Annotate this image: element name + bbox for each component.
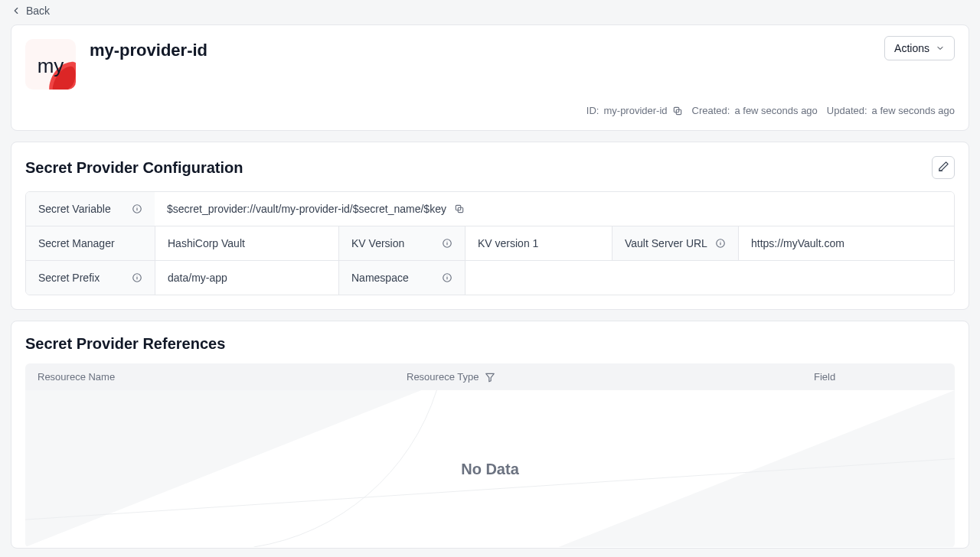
header-meta: ID: my-provider-id Created: a few second… <box>25 105 955 116</box>
pencil-icon <box>938 161 949 174</box>
info-icon[interactable] <box>132 204 142 214</box>
references-empty-state: No Data <box>25 390 955 548</box>
column-resource-type[interactable]: Resourece Type <box>407 371 479 383</box>
vault-url-value: https://myVault.com <box>751 237 844 249</box>
secret-manager-label: Secret Manager <box>38 237 115 249</box>
created-label: Created: <box>692 105 730 116</box>
secret-variable-value: $secret_provider://vault/my-provider-id/… <box>167 203 446 215</box>
chevron-left-icon <box>11 5 21 16</box>
kv-version-label: KV Version <box>351 237 404 249</box>
secret-prefix-label: Secret Prefix <box>38 272 100 284</box>
svg-point-15 <box>137 275 138 276</box>
filter-icon[interactable] <box>485 372 495 383</box>
edit-config-button[interactable] <box>932 156 955 179</box>
svg-marker-20 <box>25 390 421 547</box>
namespace-label: Namespace <box>351 272 409 284</box>
info-icon[interactable] <box>132 272 142 283</box>
svg-point-18 <box>447 275 448 276</box>
secret-prefix-value: data/my-app <box>168 272 227 284</box>
copy-secret-variable-icon[interactable] <box>454 204 465 214</box>
info-icon[interactable] <box>442 272 452 283</box>
page-title: my-provider-id <box>90 41 207 60</box>
svg-marker-21 <box>559 390 955 547</box>
secret-manager-value: HashiCorp Vault <box>168 237 245 249</box>
references-card: Secret Provider References Resourece Nam… <box>11 321 969 549</box>
id-value: my-provider-id <box>603 105 667 116</box>
config-card: Secret Provider Configuration Secret Var… <box>11 142 969 310</box>
column-resource-name[interactable]: Resourece Name <box>38 371 397 383</box>
back-label: Back <box>26 5 50 17</box>
updated-value: a few seconds ago <box>872 105 955 116</box>
actions-label: Actions <box>894 42 929 54</box>
updated-label: Updated: <box>827 105 867 116</box>
references-section-title: Secret Provider References <box>25 335 225 353</box>
info-icon[interactable] <box>442 238 452 249</box>
references-table-header: Resourece Name Resourece Type Field <box>25 363 955 390</box>
kv-version-value: KV version 1 <box>478 237 538 249</box>
column-field[interactable]: Field <box>814 371 942 383</box>
svg-marker-19 <box>486 373 495 382</box>
no-data-text: No Data <box>461 461 519 478</box>
copy-id-icon[interactable] <box>672 106 683 116</box>
created-value: a few seconds ago <box>734 105 817 116</box>
svg-point-12 <box>720 241 721 242</box>
header-card: my my-provider-id Actions ID: my-provide… <box>11 24 969 131</box>
actions-button[interactable]: Actions <box>884 36 955 60</box>
vault-url-label: Vault Server URL <box>625 237 707 249</box>
config-section-title: Secret Provider Configuration <box>25 159 243 177</box>
config-table: Secret Variable $secret_provider://vault… <box>25 191 955 295</box>
secret-variable-label: Secret Variable <box>38 203 111 215</box>
provider-logo-text: my <box>38 54 64 78</box>
back-link[interactable]: Back <box>11 5 50 17</box>
chevron-down-icon <box>936 44 945 53</box>
svg-point-4 <box>137 207 138 207</box>
svg-point-9 <box>447 241 448 242</box>
info-icon[interactable] <box>715 238 726 249</box>
provider-logo: my <box>25 39 76 90</box>
id-label: ID: <box>586 105 599 116</box>
